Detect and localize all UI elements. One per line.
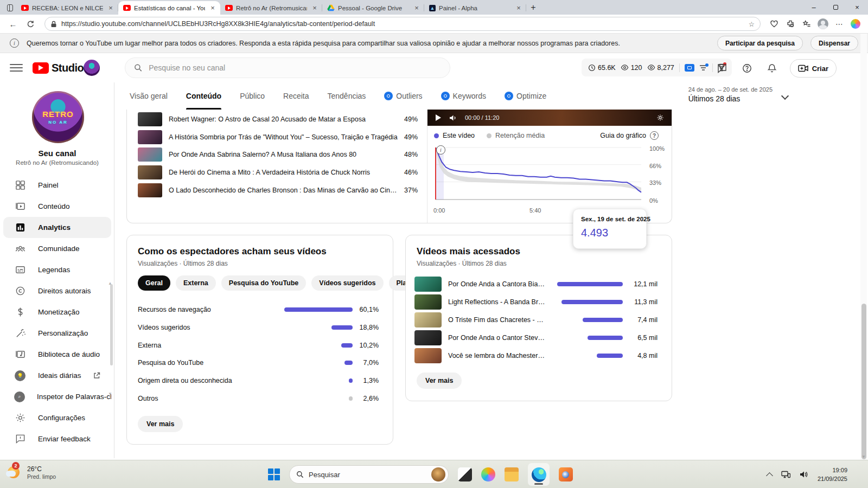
create-button[interactable]: Criar	[790, 59, 837, 78]
traffic-row[interactable]: Origem direta ou desconhecida 1,3%	[138, 372, 379, 390]
tab-close-icon[interactable]: ×	[514, 4, 523, 12]
sidebar-item-inspetor-palavras-chave[interactable]: ⌕ Inspetor de Palavras-chav	[3, 386, 111, 407]
browser-essentials-icon[interactable]	[767, 17, 781, 31]
browser-tab-3[interactable]: Retrô no Ar (Retromusicando) - Y ×	[220, 1, 322, 15]
tab-tendencias[interactable]: Tendências	[328, 82, 366, 110]
copilot-app-icon[interactable]	[481, 467, 495, 481]
date-range-picker[interactable]: 24 de ago. – 20 de set. de 2025 Últimos …	[688, 86, 773, 103]
top-video-row[interactable]: Você se lembra do Machester? O grupo... …	[414, 346, 658, 364]
desktop-preview-icon[interactable]	[458, 467, 472, 481]
labs-badge-icon[interactable]	[685, 64, 694, 72]
favorites-bar-icon[interactable]	[800, 17, 814, 31]
copilot-icon[interactable]	[848, 17, 863, 31]
traffic-row[interactable]: Vídeos sugeridos 18,8%	[138, 319, 379, 337]
tab-visao-geral[interactable]: Visão geral	[130, 82, 168, 110]
sidebar-item-painel[interactable]: Painel	[3, 175, 111, 196]
windows-start-icon[interactable]	[268, 468, 280, 480]
browser-tab-1[interactable]: RECEBA: LEON e NILCE do COISA ×	[16, 1, 118, 15]
tab-keywords[interactable]: Keywords	[441, 82, 486, 110]
notifications-bell-icon[interactable]	[765, 61, 779, 75]
app-icon[interactable]	[559, 467, 573, 481]
volume-icon[interactable]	[449, 114, 457, 121]
page-scrollbar[interactable]	[860, 34, 867, 460]
chip-videos-sugeridos[interactable]: Vídeos sugeridos	[311, 275, 383, 291]
page-scrollbar-thumb[interactable]	[861, 304, 866, 459]
tab-close-icon[interactable]: ×	[412, 4, 421, 12]
video-row[interactable]: Robert Wagner: O Astro de Casal 20 Acusa…	[127, 111, 427, 129]
traffic-row[interactable]: Outros 2,6%	[138, 389, 379, 407]
browser-tab-4[interactable]: Pessoal - Google Drive ×	[322, 1, 424, 15]
sidebar-scroll-down-icon[interactable]: ▼	[108, 391, 112, 396]
comments-icon[interactable]	[715, 61, 729, 75]
extensions-icon[interactable]	[783, 17, 797, 31]
sidebar-item-conteudo[interactable]: Conteúdo	[3, 196, 111, 217]
video-row[interactable]: O Lado Desconhecido de Charles Bronson :…	[127, 181, 427, 199]
tab-close-icon[interactable]: ×	[106, 4, 115, 12]
sidebar-item-personalizacao[interactable]: Personalização	[3, 323, 111, 344]
channel-search[interactable]	[125, 57, 450, 78]
tray-chevron-up-icon[interactable]	[766, 472, 773, 479]
tab-close-icon[interactable]: ×	[310, 4, 319, 12]
clock-widget[interactable]: 19:09 21/09/2025	[818, 466, 847, 484]
bookmark-star-icon[interactable]: ☆	[749, 20, 755, 28]
maximize-button[interactable]	[825, 0, 846, 15]
see-more-button[interactable]: Ver mais	[417, 373, 462, 389]
account-avatar[interactable]	[84, 60, 100, 76]
close-window-button[interactable]: ×	[846, 0, 868, 15]
channel-avatar[interactable]: RETRO NO AR	[32, 91, 84, 143]
tab-publico[interactable]: Público	[240, 82, 265, 110]
new-tab-button[interactable]: +	[526, 1, 540, 14]
browser-tab-2-active[interactable]: Estatísticas do canal - YouTube St ×	[118, 1, 220, 15]
top-video-row[interactable]: O Triste Fim das Chacretes - Conheça o..…	[414, 311, 658, 329]
tab-conteudo[interactable]: Conteúdo	[186, 82, 221, 110]
legend-this-video[interactable]: Este vídeo	[434, 132, 475, 139]
sidebar-item-comunidade[interactable]: Comunidade	[3, 238, 111, 259]
sidebar-item-analytics[interactable]: Analytics	[3, 217, 111, 238]
see-more-button[interactable]: Ver mais	[138, 416, 183, 432]
tab-optimize[interactable]: Optimize	[505, 82, 546, 110]
traffic-row[interactable]: Pesquisa do YouTube 7,0%	[138, 354, 379, 372]
traffic-row[interactable]: Externa 10,2%	[138, 336, 379, 354]
participate-survey-button[interactable]: Participar da pesquisa	[717, 36, 803, 50]
tab-close-icon[interactable]: ×	[208, 4, 217, 12]
youtube-studio-logo[interactable]: Studio	[33, 62, 84, 74]
settings-more-icon[interactable]: ⋯	[832, 17, 846, 31]
sidebar-item-monetizacao[interactable]: Monetização	[3, 301, 111, 323]
tab-receita[interactable]: Receita	[283, 82, 309, 110]
player-settings-icon[interactable]	[656, 114, 664, 121]
video-row[interactable]: De Herói do Cinema a Mito : A Verdadeira…	[127, 164, 427, 182]
edge-app-active[interactable]	[528, 463, 550, 486]
chip-geral[interactable]: Geral	[138, 275, 170, 291]
file-explorer-icon[interactable]	[505, 467, 519, 481]
tab-search-icon[interactable]	[3, 2, 16, 14]
device-network-icon[interactable]	[781, 471, 790, 478]
sidebar-scrollbar[interactable]	[110, 284, 113, 458]
menu-icon[interactable]	[10, 61, 23, 74]
chip-pesquisa-youtube[interactable]: Pesquisa do YouTube	[221, 275, 307, 291]
minimize-button[interactable]: –	[803, 0, 825, 15]
video-row[interactable]: A História Sombria por Trás de "Without …	[127, 129, 427, 146]
back-button[interactable]: ←	[5, 16, 21, 31]
taskbar-search[interactable]: Pesquisar	[289, 465, 449, 484]
video-row[interactable]: Por Onde Anda Sabrina Salerno? A Musa It…	[127, 146, 427, 164]
search-input[interactable]	[149, 63, 441, 72]
profile-icon[interactable]	[816, 17, 830, 31]
sidebar-item-legendas[interactable]: Legendas	[3, 259, 111, 280]
volume-icon[interactable]	[800, 471, 808, 478]
chart-guide-link[interactable]: Guia do gráfico ?	[600, 131, 659, 140]
tab-outliers[interactable]: Outliers	[384, 82, 422, 110]
sidebar-item-enviar-feedback[interactable]: Enviar feedback	[3, 428, 111, 450]
weather-widget[interactable]: 2 26°C Pred. limpo	[5, 464, 56, 481]
sidebar-item-ideais-diarias[interactable]: 💡 Ideais diárias	[3, 365, 111, 386]
sidebar-item-direitos-autorais[interactable]: Direitos autorais	[3, 280, 111, 301]
refresh-button[interactable]	[23, 16, 38, 31]
play-icon[interactable]	[435, 114, 442, 121]
chevron-down-icon[interactable]	[781, 92, 789, 100]
filter-lines-icon[interactable]	[699, 65, 707, 71]
page-scroll-down-icon[interactable]: ▼	[861, 454, 866, 459]
top-video-row[interactable]: Por Onde Anda a Cantora Bianca? 12,1 mil	[414, 275, 658, 293]
sidebar-item-configuracoes[interactable]: Configurações	[3, 407, 111, 428]
help-icon[interactable]	[740, 61, 754, 75]
legend-average-retention[interactable]: Retenção média	[487, 132, 545, 139]
browser-tab-5[interactable]: ▲ Painel - Alpha ×	[424, 1, 526, 15]
